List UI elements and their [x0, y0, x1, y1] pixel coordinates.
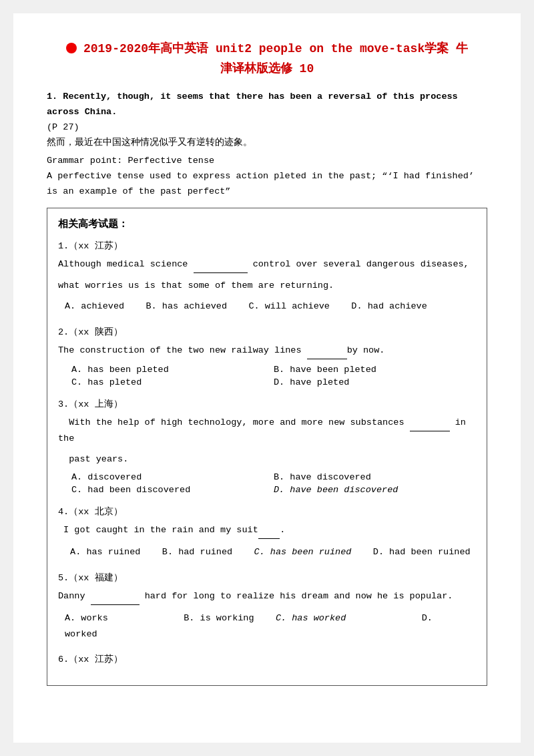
q2-optD: D. have pleted: [274, 377, 476, 387]
exam-questions-box: 相关高考试题： 1.（xx 江苏） Although medical scien…: [47, 208, 487, 687]
grammar-desc: A perfective tense used to express actio…: [47, 169, 487, 200]
question-4: 4.（xx 北京） I got caught in the rain and m…: [58, 506, 476, 560]
intro-section: 1. Recently, though, it seems that there…: [47, 89, 487, 200]
grammar-label: Grammar point: Perfective tense: [47, 154, 487, 169]
q5-text: Danny hard for long to realize his dream…: [58, 589, 476, 605]
title-line1: 2019-2020年高中英语 unit2 people on the move-…: [47, 40, 487, 56]
page: 2019-2020年高中英语 unit2 people on the move-…: [13, 13, 521, 743]
title-section: 2019-2020年高中英语 unit2 people on the move-…: [47, 40, 487, 76]
q5-options: A. works B. is working C. has worked D.: [58, 610, 476, 626]
question-5: 5.（xx 福建） Danny hard for long to realize…: [58, 572, 476, 643]
question-3: 3.（xx 上海） With the help of high technolo…: [58, 398, 476, 496]
q3-optD: D. have been discovered: [274, 485, 476, 495]
question-6: 6.（xx 江苏）: [58, 653, 476, 665]
q4-text: I got caught in the rain and my suit .: [58, 523, 476, 539]
q3-optB: B. have discovered: [274, 472, 476, 482]
q4-options: A. has ruined B. had ruined C. has been …: [58, 544, 476, 560]
q3-optA: A. discovered: [71, 472, 274, 482]
q3-options: A. discovered B. have discovered C. had …: [58, 472, 476, 495]
question-2: 2.（xx 陕西） The construction of the two ne…: [58, 326, 476, 387]
question-1: 1.（xx 江苏） Although medical science contr…: [58, 240, 476, 315]
box-title: 相关高考试题：: [58, 218, 476, 230]
q3-num: 3.（xx 上海）: [58, 398, 476, 410]
intro-sentence1: 1. Recently, though, it seems that there…: [47, 89, 487, 120]
q5-num: 5.（xx 福建）: [58, 572, 476, 584]
q1-text: Although medical science control over se…: [58, 257, 476, 273]
q2-optA: A. has been pleted: [71, 365, 274, 375]
q3-optC: C. had been discovered: [71, 485, 274, 495]
q1-num: 1.（xx 江苏）: [58, 240, 476, 252]
q2-options: A. has been pleted B. have been pleted C…: [58, 365, 476, 387]
q3-text: With the help of high technology, more a…: [58, 415, 476, 447]
q5-options2: worked: [58, 626, 476, 642]
q2-optC: C. has pleted: [71, 377, 274, 387]
q2-optB: B. have been pleted: [274, 365, 476, 375]
intro-ref: (P 27): [47, 120, 487, 136]
q6-num: 6.（xx 江苏）: [58, 653, 476, 665]
title-line1-text: 2019-2020年高中英语 unit2 people on the move-…: [83, 40, 468, 56]
q4-num: 4.（xx 北京）: [58, 506, 476, 518]
q3-text2: past years.: [58, 452, 476, 467]
q1-text2: what worries us is that some of them are…: [58, 278, 476, 294]
q2-num: 2.（xx 陕西）: [58, 326, 476, 338]
q2-text: The construction of the two new railway …: [58, 343, 476, 359]
intro-chinese: 然而，最近在中国这种情况似乎又有逆转的迹象。: [47, 136, 487, 151]
q1-options: A. achieved B. has achieved C. will achi…: [58, 299, 476, 315]
title-line2-text: 津译林版选修 10: [47, 60, 487, 76]
red-dot-icon: [66, 43, 77, 53]
